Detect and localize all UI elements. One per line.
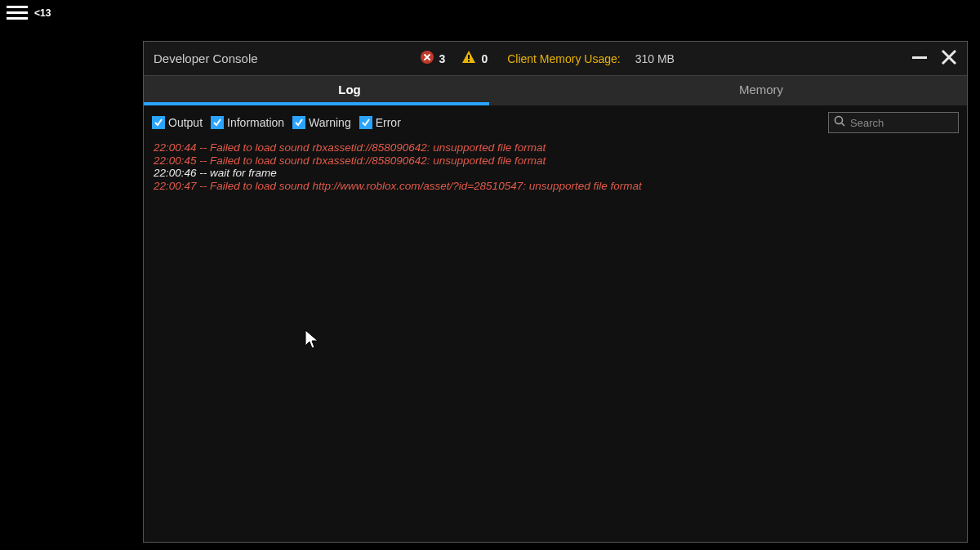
search-box[interactable] [828, 112, 959, 133]
checkbox-icon [211, 116, 224, 129]
checkbox-icon [152, 116, 165, 129]
filter-warning-label: Warning [309, 116, 351, 129]
filter-bar: Output Information Warning Error [144, 105, 967, 140]
filter-error[interactable]: Error [359, 116, 401, 129]
search-icon [834, 115, 845, 130]
svg-rect-5 [468, 60, 470, 62]
log-line: 22:00:44 -- Failed to load sound rbxasse… [154, 141, 957, 154]
search-input[interactable] [850, 117, 980, 129]
tab-memory[interactable]: Memory [555, 76, 967, 102]
svg-rect-4 [468, 55, 470, 59]
log-line: 22:00:45 -- Failed to load sound rbxasse… [154, 154, 957, 168]
checkbox-icon [292, 116, 305, 129]
warning-icon [461, 50, 476, 67]
titlebar: Developer Console 3 0 Client Memory U [144, 42, 967, 76]
error-icon [420, 50, 434, 67]
filter-output-label: Output [168, 116, 203, 129]
developer-console-window: Developer Console 3 0 Client Memory U [143, 41, 968, 543]
filter-output[interactable]: Output [152, 116, 203, 129]
warning-status: 0 [461, 50, 492, 67]
tab-log-label: Log [338, 83, 361, 96]
svg-rect-2 [7, 17, 28, 20]
svg-rect-1 [7, 11, 28, 14]
age-label: <13 [34, 7, 51, 19]
svg-rect-6 [912, 56, 927, 59]
tab-bar: Log Memory [144, 76, 967, 102]
minimize-button[interactable] [911, 49, 928, 69]
svg-line-8 [842, 123, 845, 127]
svg-rect-0 [7, 6, 28, 8]
error-count: 3 [439, 52, 446, 65]
topbar: <13 [7, 5, 51, 21]
log-line: 22:00:47 -- Failed to load sound http://… [154, 180, 957, 193]
error-status: 3 [420, 50, 451, 67]
close-button[interactable] [941, 49, 957, 69]
filter-error-label: Error [376, 116, 401, 129]
tab-memory-label: Memory [739, 83, 783, 96]
window-title: Developer Console [154, 51, 258, 65]
filter-information-label: Information [227, 116, 284, 129]
svg-point-7 [835, 117, 843, 124]
filter-information[interactable]: Information [211, 116, 284, 129]
memory-usage-label: Client Memory Usage: [507, 52, 621, 65]
log-output[interactable]: 22:00:44 -- Failed to load sound rbxasse… [144, 140, 967, 542]
memory-usage-value: 310 MB [635, 52, 675, 65]
log-line: 22:00:46 -- wait for frame [154, 167, 957, 180]
checkbox-icon [359, 116, 372, 129]
hamburger-menu-icon[interactable] [7, 5, 28, 21]
filter-warning[interactable]: Warning [292, 116, 351, 129]
tab-log[interactable]: Log [144, 76, 555, 102]
warning-count: 0 [481, 52, 488, 65]
